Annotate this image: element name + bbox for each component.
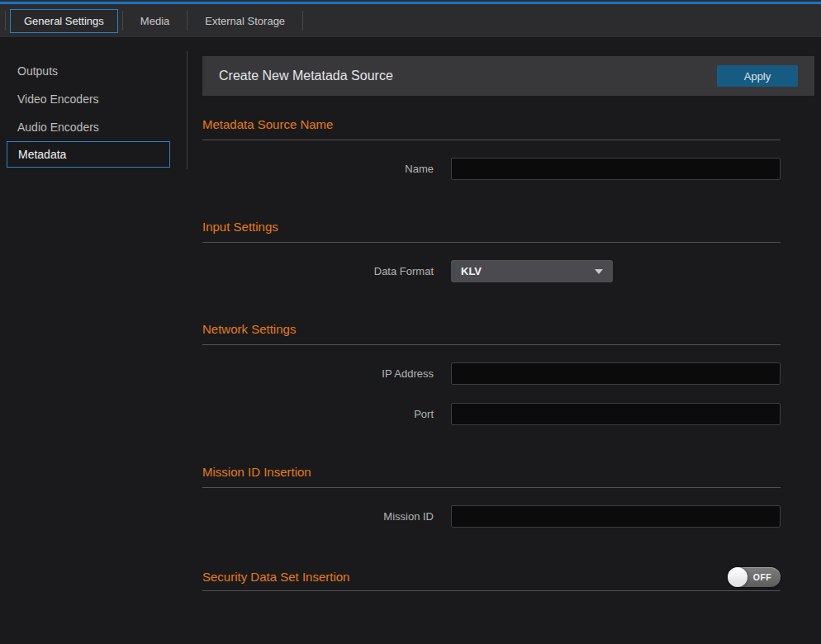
mission-id-input[interactable] [451,505,781,528]
caret-down-icon [595,269,603,274]
name-input[interactable] [451,158,781,180]
port-label: Port [202,408,434,420]
toggle-knob [728,567,747,587]
section-security-data-set: Security Data Set Insertion OFF [202,567,781,591]
tab-external-storage[interactable]: External Storage [193,10,297,32]
section-network-settings: Network Settings IP Address Port [202,322,781,425]
tab-bar: General Settings Media External Storage [0,4,821,37]
section-title: Network Settings [202,322,781,337]
section-title: Input Settings [202,220,781,234]
name-label: Name [202,163,434,175]
section-divider [202,344,781,345]
page-title: Create New Metatada Source [219,69,393,83]
ip-address-input[interactable] [451,362,781,385]
metadata-form: Metadata Source Name Name Input Settings… [202,117,781,591]
port-input[interactable] [451,403,781,425]
section-title: Metadata Source Name [202,117,781,132]
security-toggle[interactable]: OFF [728,567,781,587]
mission-id-label: Mission ID [202,510,434,523]
tab-separator [302,11,303,31]
sidebar: Outputs Video Encoders Audio Encoders Me… [0,37,187,644]
tab-separator [122,11,123,31]
field-row-data-format: Data Format KLV [202,260,781,282]
sidebar-item-outputs[interactable]: Outputs [0,57,187,85]
security-title-row: Security Data Set Insertion OFF [202,567,781,587]
toggle-state-label: OFF [747,572,781,582]
tab-separator [5,11,6,31]
tab-general-settings[interactable]: General Settings [10,9,118,33]
sidebar-item-video-encoders[interactable]: Video Encoders [0,85,187,113]
section-divider [202,140,781,140]
field-row-ip-address: IP Address [202,362,781,385]
main-panel: Create New Metatada Source Apply Metadat… [187,37,821,644]
section-mission-id-insertion: Mission ID Insertion Mission ID [202,465,781,528]
field-row-mission-id: Mission ID [202,505,781,528]
screen: General Settings Media External Storage … [0,0,821,644]
section-input-settings: Input Settings Data Format KLV [202,220,781,282]
section-title: Security Data Set Insertion [202,570,349,585]
section-divider [202,242,781,243]
tab-separator [187,11,187,31]
ip-address-label: IP Address [202,367,434,380]
section-metadata-source-name: Metadata Source Name Name [202,117,781,180]
data-format-value: KLV [461,265,595,277]
field-row-name: Name [202,158,781,180]
data-format-label: Data Format [202,265,434,277]
panel-header: Create New Metatada Source Apply [202,56,814,96]
section-divider [202,487,781,488]
data-format-select[interactable]: KLV [451,260,613,282]
sidebar-item-audio-encoders[interactable]: Audio Encoders [0,113,187,141]
section-title: Mission ID Insertion [202,465,781,480]
section-divider [202,590,781,591]
tab-media[interactable]: Media [129,10,181,32]
content-area: Outputs Video Encoders Audio Encoders Me… [0,37,821,644]
apply-button[interactable]: Apply [717,65,798,87]
field-row-port: Port [202,403,781,425]
sidebar-item-metadata[interactable]: Metadata [7,141,170,168]
